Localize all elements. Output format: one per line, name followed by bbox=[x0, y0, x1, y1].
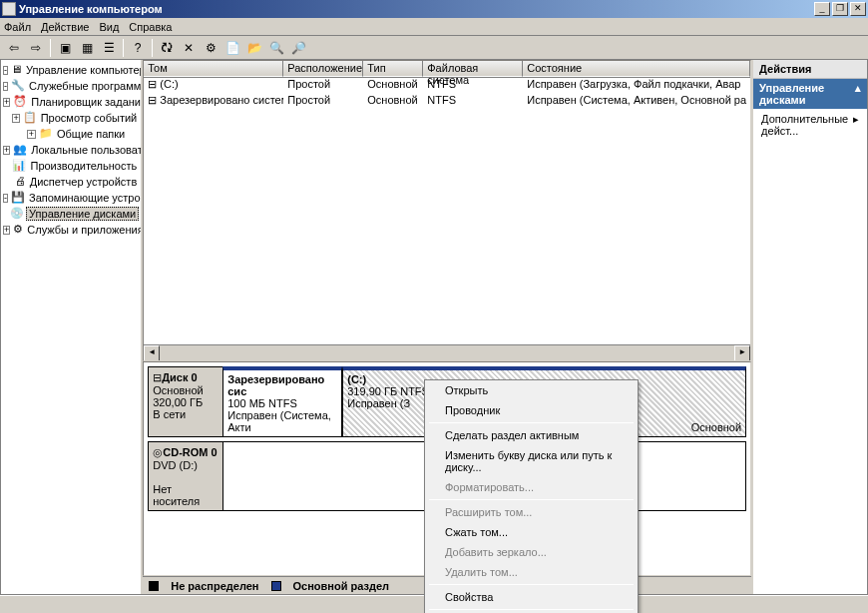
scheduler-icon: ⏰ bbox=[13, 95, 27, 109]
volume-row[interactable]: ⊟ (C:) Простой Основной NTFS Исправен (З… bbox=[144, 78, 750, 94]
ctx-mirror: Добавить зеркало... bbox=[425, 542, 638, 562]
computer-icon: 🖥 bbox=[11, 63, 22, 77]
maximize-button[interactable]: ❐ bbox=[832, 2, 848, 16]
scroll-right-icon[interactable]: ► bbox=[734, 345, 750, 361]
ctx-extend: Расширить том... bbox=[425, 502, 638, 522]
delete-button[interactable]: ✕ bbox=[179, 38, 199, 58]
disk-icon: 💿 bbox=[10, 207, 24, 221]
volume-list: Том Расположение Тип Файловая система Со… bbox=[143, 60, 751, 361]
chevron-right-icon: ▸ bbox=[853, 113, 859, 137]
col-type[interactable]: Тип bbox=[363, 61, 423, 77]
tree-item[interactable]: 🖨Диспетчер устройств bbox=[3, 174, 139, 190]
rescan-button[interactable]: ⚙ bbox=[201, 38, 220, 58]
ctx-open[interactable]: Открыть bbox=[425, 380, 638, 400]
titlebar: Управление компьютером _ ❐ ✕ bbox=[0, 0, 868, 18]
tree-item[interactable]: 📊Производительность bbox=[3, 158, 139, 174]
col-fs[interactable]: Файловая система bbox=[423, 61, 523, 77]
toolbar: ⇦ ⇨ ▣ ▦ ☰ ? 🗘 ✕ ⚙ 📄 📂 🔍 🔎 bbox=[0, 36, 868, 60]
context-menu: Открыть Проводник Сделать раздел активны… bbox=[424, 379, 639, 613]
ctx-delete: Удалить том... bbox=[425, 562, 638, 582]
cdrom-icon: ◎ bbox=[153, 446, 163, 458]
expand-icon[interactable]: + bbox=[12, 114, 19, 123]
help-button[interactable]: ? bbox=[128, 38, 148, 58]
collapse-icon[interactable]: - bbox=[3, 82, 8, 91]
expand-icon[interactable]: + bbox=[3, 98, 10, 107]
users-icon: 👥 bbox=[13, 143, 27, 157]
up-button[interactable]: ▣ bbox=[55, 38, 75, 58]
performance-icon: 📊 bbox=[12, 159, 26, 173]
tree-disk-mgmt[interactable]: 💿Управление дисками bbox=[3, 206, 139, 222]
legend-primary-icon bbox=[271, 581, 281, 591]
tree-apps[interactable]: +⚙Службы и приложения bbox=[3, 222, 139, 238]
volume-header: Том Расположение Тип Файловая система Со… bbox=[144, 61, 750, 78]
tree-storage[interactable]: -💾Запоминающие устройства bbox=[3, 190, 139, 206]
expand-icon[interactable]: + bbox=[27, 130, 36, 139]
tree-panel: -🖥Управление компьютером (лока -🔧Служебн… bbox=[1, 60, 143, 594]
menu-file[interactable]: Файл bbox=[4, 21, 31, 33]
expand-icon[interactable]: + bbox=[3, 226, 10, 235]
actions-more[interactable]: Дополнительные дейст... ▸ bbox=[753, 109, 867, 141]
disk-icon: ⊟ bbox=[148, 94, 157, 106]
scroll-left-icon[interactable]: ◄ bbox=[144, 345, 160, 361]
volume-row[interactable]: ⊟ Зарезервировано системой Простой Основ… bbox=[144, 94, 750, 110]
shared-folders-icon: 📁 bbox=[39, 127, 53, 141]
actions-subheader[interactable]: Управление дисками ▴ bbox=[753, 79, 867, 109]
ctx-explorer[interactable]: Проводник bbox=[425, 400, 638, 420]
menu-help[interactable]: Справка bbox=[129, 21, 172, 33]
col-status[interactable]: Состояние bbox=[523, 61, 750, 77]
device-manager-icon: 🖨 bbox=[15, 175, 26, 189]
close-button[interactable]: ✕ bbox=[850, 2, 866, 16]
forward-button[interactable]: ⇨ bbox=[26, 38, 46, 58]
tree-services[interactable]: -🔧Служебные программы bbox=[3, 78, 139, 94]
partition-system-reserved[interactable]: Зарезервировано сис 100 МБ NTFS Исправен… bbox=[222, 366, 342, 437]
ctx-shrink[interactable]: Сжать том... bbox=[425, 522, 638, 542]
tree-item[interactable]: +👥Локальные пользовател bbox=[3, 142, 139, 158]
props-button[interactable]: ▦ bbox=[77, 38, 97, 58]
expand-icon[interactable]: + bbox=[3, 146, 10, 155]
tools-icon: 🔧 bbox=[11, 79, 25, 93]
tree-root[interactable]: -🖥Управление компьютером (лока bbox=[3, 62, 139, 78]
legend-unallocated-icon bbox=[149, 581, 159, 591]
action2-button[interactable]: 📂 bbox=[244, 38, 264, 58]
col-volume[interactable]: Том bbox=[144, 61, 283, 77]
tree-item[interactable]: +📁Общие папки bbox=[3, 126, 139, 142]
tree-item[interactable]: +⏰Планировщик заданий bbox=[3, 94, 139, 110]
actions-panel: Действия Управление дисками ▴ Дополнител… bbox=[751, 60, 867, 594]
window-title: Управление компьютером bbox=[19, 3, 814, 15]
tree-item[interactable]: +📋Просмотр событий bbox=[3, 110, 139, 126]
list-button[interactable]: ☰ bbox=[99, 38, 119, 58]
actions-header: Действия bbox=[753, 60, 867, 79]
menu-action[interactable]: Действие bbox=[41, 21, 89, 33]
menubar: Файл Действие Вид Справка bbox=[0, 18, 868, 36]
collapse-icon[interactable]: - bbox=[3, 66, 8, 75]
ctx-props[interactable]: Свойства bbox=[425, 587, 638, 607]
disk-icon: ⊟ bbox=[153, 371, 162, 383]
action4-button[interactable]: 🔎 bbox=[288, 38, 308, 58]
disk-info[interactable]: ⊟Диск 0 Основной 320,00 ГБ В сети bbox=[148, 366, 222, 437]
events-icon: 📋 bbox=[23, 111, 37, 125]
refresh-button[interactable]: 🗘 bbox=[157, 38, 177, 58]
services-icon: ⚙ bbox=[13, 223, 23, 237]
ctx-active[interactable]: Сделать раздел активным bbox=[425, 425, 638, 445]
back-button[interactable]: ⇦ bbox=[4, 38, 24, 58]
action3-button[interactable]: 🔍 bbox=[266, 38, 286, 58]
storage-icon: 💾 bbox=[11, 191, 25, 205]
app-icon bbox=[2, 2, 16, 16]
dropdown-icon: ▴ bbox=[855, 82, 861, 106]
ctx-letter[interactable]: Изменить букву диска или путь к диску... bbox=[425, 445, 638, 477]
disk-icon: ⊟ bbox=[148, 78, 157, 90]
menu-view[interactable]: Вид bbox=[99, 21, 119, 33]
collapse-icon[interactable]: - bbox=[3, 194, 8, 203]
minimize-button[interactable]: _ bbox=[814, 2, 830, 16]
ctx-format: Форматировать... bbox=[425, 477, 638, 497]
action1-button[interactable]: 📄 bbox=[222, 38, 242, 58]
cdrom-info[interactable]: ◎CD-ROM 0 DVD (D:) Нет носителя bbox=[148, 441, 222, 511]
col-layout[interactable]: Расположение bbox=[283, 61, 363, 77]
horizontal-scrollbar[interactable]: ◄ ► bbox=[144, 344, 750, 360]
